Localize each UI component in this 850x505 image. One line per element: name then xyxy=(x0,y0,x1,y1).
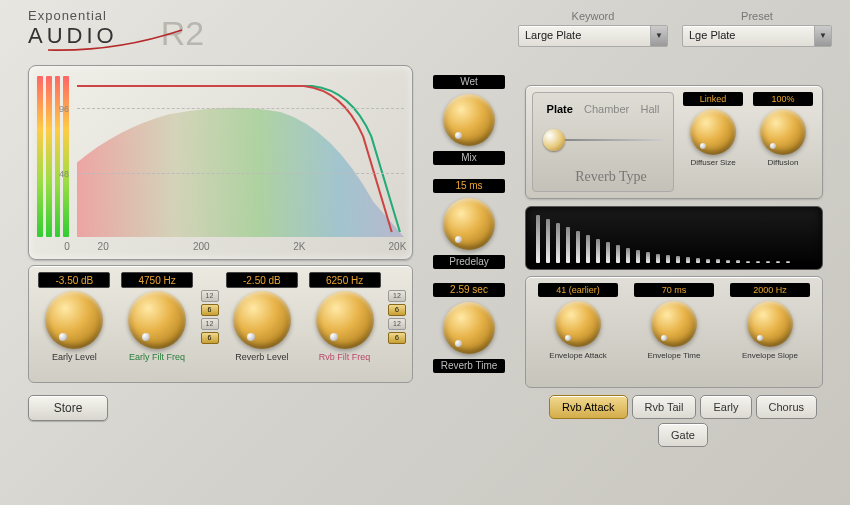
predelay-label: Predelay xyxy=(433,255,505,269)
echo-bar xyxy=(616,245,620,263)
mix-label: Mix xyxy=(433,151,505,165)
rvb-filt-label: Rvb Filt Freq xyxy=(319,352,371,362)
slope-slots-reverb: 12 6 12 6 xyxy=(386,272,408,376)
preset-value: Lge Plate xyxy=(689,29,735,41)
echo-bar xyxy=(546,219,550,263)
slope-12[interactable]: 12 xyxy=(201,290,219,302)
echo-bar xyxy=(536,215,540,263)
diffusion-label: Diffusion xyxy=(768,158,799,167)
reverb-type-plate[interactable]: Plate xyxy=(547,103,573,115)
rvb-filt-value: 6250 Hz xyxy=(309,272,381,288)
reverb-type-panel: Plate Chamber Hall Reverb Type Linked Di… xyxy=(525,85,823,199)
diffuser-size-knob[interactable] xyxy=(690,109,736,155)
center-column: Wet Mix 15 ms Predelay 2.59 sec Reverb T… xyxy=(430,75,508,373)
brand-block: Exponential AUDIO R2 xyxy=(28,8,204,53)
level-meter xyxy=(37,76,69,237)
reverb-time-label: Reverb Time xyxy=(433,359,505,373)
tab-gate[interactable]: Gate xyxy=(658,423,708,447)
early-filt-value: 4750 Hz xyxy=(121,272,193,288)
env-slope-value: 2000 Hz xyxy=(730,283,810,297)
slope-12[interactable]: 12 xyxy=(201,318,219,330)
reverb-type-title: Reverb Type xyxy=(541,169,681,185)
echo-bar xyxy=(586,235,590,263)
reverb-type-selector[interactable]: Plate Chamber Hall Reverb Type xyxy=(532,92,674,192)
reverb-level-value: -2.50 dB xyxy=(226,272,298,288)
env-time-knob[interactable] xyxy=(651,301,697,347)
early-level-knob[interactable] xyxy=(45,291,103,349)
store-button[interactable]: Store xyxy=(28,395,108,421)
env-attack-label: Envelope Attack xyxy=(549,351,606,360)
reverb-type-hall[interactable]: Hall xyxy=(640,103,659,115)
slope-6[interactable]: 6 xyxy=(388,304,406,316)
diffuser-size-value: Linked xyxy=(683,92,743,106)
echo-bar xyxy=(666,255,670,263)
echo-bar xyxy=(766,261,770,263)
echo-bar xyxy=(756,261,760,263)
echo-bar xyxy=(656,254,660,263)
eq-panel: -3.50 dB Early Level 4750 Hz Early Filt … xyxy=(28,265,413,383)
env-slope-label: Envelope Slope xyxy=(742,351,798,360)
env-slope-knob[interactable] xyxy=(747,301,793,347)
x-axis: 0 20 200 2K 20K xyxy=(77,241,404,255)
echo-bar xyxy=(626,248,630,263)
env-attack-knob[interactable] xyxy=(555,301,601,347)
reverb-time-knob[interactable] xyxy=(443,302,495,354)
predelay-value: 15 ms xyxy=(433,179,505,193)
early-level-label: Early Level xyxy=(52,352,97,362)
echo-bar xyxy=(596,239,600,263)
early-filt-knob[interactable] xyxy=(128,291,186,349)
echo-bar xyxy=(606,242,610,263)
chevron-down-icon: ▼ xyxy=(655,31,663,40)
early-filt-label: Early Filt Freq xyxy=(129,352,185,362)
spectrum-plot xyxy=(77,76,404,237)
mix-knob[interactable] xyxy=(443,94,495,146)
frequency-graph: 96 48 0 20 200 2K 20K xyxy=(28,65,413,260)
slope-slots-early: 12 6 12 6 xyxy=(199,272,221,376)
preset-label: Preset xyxy=(741,10,773,22)
echo-bar xyxy=(696,258,700,263)
slope-6[interactable]: 6 xyxy=(201,304,219,316)
tab-chorus[interactable]: Chorus xyxy=(756,395,817,419)
rvb-filt-knob[interactable] xyxy=(316,291,374,349)
echo-bar xyxy=(716,259,720,263)
echo-bar xyxy=(726,260,730,263)
reverb-time-value: 2.59 sec xyxy=(433,283,505,297)
keyword-dropdown[interactable]: Large Plate ▼ xyxy=(518,25,668,47)
tab-rvb-tail[interactable]: Rvb Tail xyxy=(632,395,697,419)
keyword-value: Large Plate xyxy=(525,29,581,41)
slope-12[interactable]: 12 xyxy=(388,290,406,302)
reverb-type-chamber[interactable]: Chamber xyxy=(584,103,629,115)
predelay-knob[interactable] xyxy=(443,198,495,250)
env-time-value: 70 ms xyxy=(634,283,714,297)
echo-bar xyxy=(776,261,780,263)
tab-rvb-attack[interactable]: Rvb Attack xyxy=(549,395,628,419)
echo-bar xyxy=(646,252,650,263)
keyword-preset-row: Keyword Large Plate ▼ Preset Lge Plate ▼ xyxy=(518,10,832,47)
keyword-label: Keyword xyxy=(572,10,615,22)
env-attack-value: 41 (earlier) xyxy=(538,283,618,297)
slope-12[interactable]: 12 xyxy=(388,318,406,330)
echo-bar xyxy=(686,257,690,263)
chevron-down-icon: ▼ xyxy=(819,31,827,40)
echo-bar xyxy=(736,260,740,263)
echo-bar xyxy=(746,261,750,263)
diffuser-size-label: Diffuser Size xyxy=(690,158,735,167)
diffusion-value: 100% xyxy=(753,92,813,106)
reverb-type-dial[interactable] xyxy=(543,129,663,159)
diffusion-knob[interactable] xyxy=(760,109,806,155)
echo-bar xyxy=(556,223,560,263)
slope-6[interactable]: 6 xyxy=(201,332,219,344)
swoosh-icon xyxy=(46,28,186,54)
slope-6[interactable]: 6 xyxy=(388,332,406,344)
wet-label: Wet xyxy=(433,75,505,89)
reverb-level-label: Reverb Level xyxy=(235,352,288,362)
reverb-level-knob[interactable] xyxy=(233,291,291,349)
tab-early[interactable]: Early xyxy=(700,395,751,419)
brand-line1: Exponential xyxy=(28,8,118,23)
envelope-panel: 41 (earlier) Envelope Attack 70 ms Envel… xyxy=(525,276,823,388)
early-level-value: -3.50 dB xyxy=(38,272,110,288)
echo-bar xyxy=(576,231,580,263)
echo-bar xyxy=(706,259,710,263)
echo-bar xyxy=(566,227,570,263)
preset-dropdown[interactable]: Lge Plate ▼ xyxy=(682,25,832,47)
